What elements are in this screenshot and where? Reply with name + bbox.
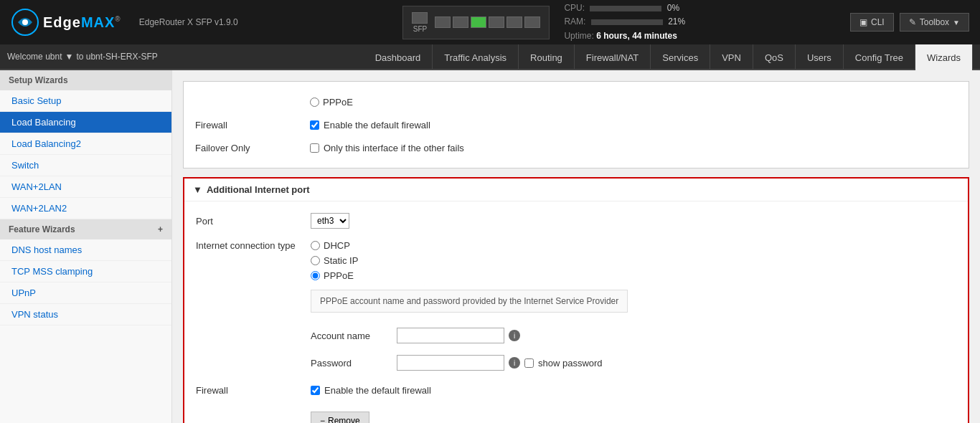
cpu-label: CPU: <box>564 3 585 13</box>
ram-bar <box>591 19 663 25</box>
firewall-checkbox-row: Enable the default firewall <box>310 120 430 130</box>
tab-vpn[interactable]: VPN <box>710 44 753 70</box>
port-5 <box>524 16 540 28</box>
port-label: Port <box>196 216 311 227</box>
remove-button-row: − Remove <box>196 407 956 423</box>
pppoe-info-box: PPPoE account name and password provided… <box>311 290 628 313</box>
port-1 <box>453 16 468 28</box>
additional-firewall-text: Enable the default firewall <box>324 385 431 396</box>
password-field-group: i show password <box>397 355 603 371</box>
password-input[interactable] <box>397 355 504 371</box>
cpu-value: 0% <box>667 3 679 13</box>
toolbox-button[interactable]: ✎ Toolbox ▼ <box>900 13 969 32</box>
sidebar-item-load-balancing[interactable]: Load Balancing <box>0 112 171 133</box>
tab-firewall-nat[interactable]: Firewall/NAT <box>575 44 651 70</box>
port-select[interactable]: eth3 eth0 eth1 eth2 eth4 eth5 <box>311 213 349 229</box>
tab-wizards[interactable]: Wizards <box>915 44 973 70</box>
sidebar-item-wan2lan[interactable]: WAN+2LAN <box>0 176 171 198</box>
port-label-sfp: SFP <box>413 25 427 33</box>
port-4 <box>507 16 522 28</box>
sidebar-item-dns[interactable]: DNS host names <box>0 239 171 261</box>
additional-firewall-checkbox-row: Enable the default firewall <box>311 385 431 396</box>
firewall-label: Firewall <box>195 120 310 130</box>
pppoe-label-2: PPPoE <box>324 270 354 281</box>
password-info-icon[interactable]: i <box>509 357 520 369</box>
ram-label: RAM: <box>564 16 585 27</box>
additional-firewall-value: Enable the default firewall <box>311 385 956 396</box>
pppoe-radio-2[interactable] <box>311 271 320 280</box>
tab-qos[interactable]: QoS <box>753 44 796 70</box>
connection-type-label: Internet connection type <box>196 240 311 251</box>
account-name-input[interactable] <box>397 328 504 343</box>
sidebar-item-upnp[interactable]: UPnP <box>0 282 171 304</box>
cli-button[interactable]: ▣ CLI <box>850 13 894 32</box>
static-ip-label: Static IP <box>324 255 358 266</box>
tab-routing[interactable]: Routing <box>519 44 575 70</box>
sidebar-item-load-balancing2[interactable]: Load Balancing2 <box>0 133 171 155</box>
additional-port-content: Port eth3 eth0 eth1 eth2 eth4 eth5 <box>184 201 968 423</box>
svg-point-1 <box>22 19 28 25</box>
toolbox-icon: ✎ <box>909 17 916 27</box>
additional-port-section: ▼ Additional Internet port Port eth3 eth… <box>183 177 969 423</box>
toolbox-label: Toolbox <box>920 17 949 27</box>
additional-port-title: Additional Internet port <box>207 184 310 195</box>
static-ip-option[interactable]: Static IP <box>311 255 358 266</box>
pppoe-option[interactable]: PPPoE <box>311 270 354 281</box>
ram-value: 21% <box>668 16 685 27</box>
dhcp-label: DHCP <box>324 240 350 251</box>
minus-icon: − <box>320 416 325 423</box>
failover-text: Only this interface if the other fails <box>324 143 464 153</box>
sys-stats: CPU: 0% RAM: 21% Uptime: 6 hours, 44 min… <box>564 1 685 43</box>
tab-services[interactable]: Services <box>651 44 710 70</box>
tab-dashboard[interactable]: Dashboard <box>364 44 433 70</box>
logo-icon <box>11 8 39 37</box>
main-layout: Setup Wizards Basic Setup Load Balancing… <box>0 70 980 423</box>
dhcp-option[interactable]: DHCP <box>311 240 350 251</box>
failover-value: Only this interface if the other fails <box>310 143 957 153</box>
nav-bar: Welcome ubnt ▼ to ubnt-SH-ERX-SFP Dashbo… <box>0 44 980 70</box>
remove-button[interactable]: − Remove <box>311 412 369 423</box>
pppoe-radio[interactable] <box>310 98 319 107</box>
feature-wizards-title: Feature Wizards + <box>0 219 171 239</box>
tab-config-tree[interactable]: Config Tree <box>844 44 915 70</box>
account-name-row: Account name i <box>311 324 520 347</box>
static-ip-radio[interactable] <box>311 256 320 265</box>
cli-icon: ▣ <box>859 17 867 27</box>
sidebar-item-wan2lan2[interactable]: WAN+2LAN2 <box>0 198 171 219</box>
remove-label: Remove <box>328 416 360 423</box>
firewall-checkbox[interactable] <box>310 120 319 130</box>
port-indicators: SFP <box>402 6 550 39</box>
header: EdgeMAX® EdgeRouter X SFP v1.9.0 SFP <box>0 0 980 44</box>
pppoe-info-text: PPPoE account name and password provided… <box>320 296 618 306</box>
collapse-icon[interactable]: ▼ <box>193 184 202 195</box>
show-password-checkbox[interactable] <box>524 358 534 368</box>
logo-text: EdgeMAX® <box>43 14 121 31</box>
pppoe-radio-option[interactable]: PPPoE <box>310 97 353 108</box>
failover-checkbox[interactable] <box>310 143 319 153</box>
connection-type-options: DHCP Static IP PPPoE PPPoE account n <box>311 240 956 374</box>
arrow-icon: ▼ <box>65 52 73 62</box>
sidebar-item-vpn-status[interactable]: VPN status <box>0 304 171 325</box>
account-info-icon[interactable]: i <box>509 330 520 341</box>
tab-traffic-analysis[interactable]: Traffic Analysis <box>433 44 519 70</box>
password-row: Password i show password <box>311 351 603 374</box>
sidebar-item-basic-setup[interactable]: Basic Setup <box>0 90 171 112</box>
sidebar-item-tcp-mss[interactable]: TCP MSS clamping <box>0 261 171 282</box>
port-0 <box>435 16 451 28</box>
show-password-label: show password <box>538 358 603 369</box>
firewall-text: Enable the default firewall <box>324 120 430 130</box>
header-right: ▣ CLI ✎ Toolbox ▼ <box>850 13 969 32</box>
status-bar: SFP CPU: 0% RAM: 21% <box>402 1 685 43</box>
logo-area: EdgeMAX® EdgeRouter X SFP v1.9.0 <box>11 8 238 37</box>
sidebar: Setup Wizards Basic Setup Load Balancing… <box>0 70 172 423</box>
failover-row: Failover Only Only this interface if the… <box>195 136 957 159</box>
additional-firewall-checkbox[interactable] <box>311 386 320 395</box>
tab-users[interactable]: Users <box>796 44 844 70</box>
content-area: PPPoE Firewall Enable the default firewa… <box>172 70 980 423</box>
dhcp-radio[interactable] <box>311 241 320 250</box>
additional-firewall-row: Firewall Enable the default firewall <box>196 379 956 401</box>
account-name-field-group: i <box>397 328 520 343</box>
additional-firewall-label: Firewall <box>196 385 311 396</box>
port-2 <box>471 16 486 28</box>
sidebar-item-switch[interactable]: Switch <box>0 155 171 176</box>
